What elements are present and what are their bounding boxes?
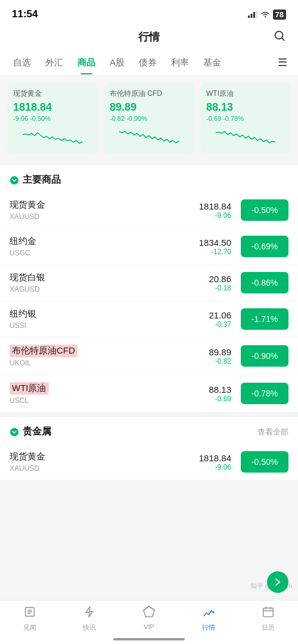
market-item-left-5: WTI原油 USCL xyxy=(10,382,209,405)
home-indicator xyxy=(113,638,185,640)
item-code-2: XAGUSD xyxy=(10,285,209,293)
item-price-4: 89.89 xyxy=(209,347,231,357)
item-badge-1[interactable]: -0.69% xyxy=(241,236,288,257)
precious-item-left-0: 现货黄金 XAUUSD xyxy=(10,451,199,473)
signal-icon xyxy=(248,11,257,18)
item-name-2: 现货白银 xyxy=(10,272,209,283)
main-market-list: 现货黄金 XAUUSD 1818.84 -9.06 -0.50% 纽约金 USG… xyxy=(0,192,298,412)
item-diff-4: -0.82 xyxy=(209,357,231,365)
precious-item-price-0: 1818.84 xyxy=(199,453,231,463)
chart-icon xyxy=(202,605,215,621)
precious-section-title: 贵金属 xyxy=(23,426,51,438)
market-item-xagusd[interactable]: 现货白银 XAGUSD 20.86 -0.18 -0.86% xyxy=(0,265,298,301)
tab-waihui[interactable]: 外汇 xyxy=(38,51,70,74)
market-item-mid-2: 20.86 -0.18 xyxy=(209,274,231,292)
wifi-icon xyxy=(260,11,270,18)
svg-point-4 xyxy=(275,31,283,39)
lightning-icon xyxy=(83,605,96,621)
precious-market-list: 现货黄金 XAUUSD 1818.84 -9.06 -0.50% xyxy=(0,444,298,480)
precious-item-mid-0: 1818.84 -9.06 xyxy=(199,453,231,471)
item-code-4: UKOIL xyxy=(10,359,209,367)
precious-chevron-icon xyxy=(10,427,19,437)
scroll-right-arrow[interactable] xyxy=(267,571,288,593)
tab-lilv[interactable]: 利率 xyxy=(164,51,196,74)
precious-item-badge-0[interactable]: -0.50% xyxy=(241,451,288,473)
battery-label: 78 xyxy=(273,10,286,20)
item-diff-2: -0.18 xyxy=(209,284,231,292)
market-item-mid-1: 1834.50 -12.70 xyxy=(199,237,231,256)
market-item-ussi[interactable]: 纽约银 USSI 21.06 -0.37 -1.71% xyxy=(0,301,298,337)
cards-section: 现货黄金 1818.84 -9.06 -0.50% 布伦特原油 CFD 89.8… xyxy=(0,76,298,161)
item-badge-4[interactable]: -0.90% xyxy=(241,345,288,367)
card-gold-name: 现货黄金 xyxy=(13,89,92,99)
newspaper-icon xyxy=(23,605,36,621)
search-button[interactable] xyxy=(273,29,286,45)
precious-item-xauusd[interactable]: 现货黄金 XAUUSD 1818.84 -9.06 -0.50% xyxy=(0,444,298,480)
card-gold-change: -9.06 -0.50% xyxy=(13,115,92,122)
menu-button[interactable]: ☰ xyxy=(273,50,292,75)
nav-item-calendar[interactable]: 日历 xyxy=(238,605,298,632)
card-wti-price: 88.13 xyxy=(206,101,285,114)
card-wti-name: WTI原油 xyxy=(206,89,285,99)
status-time: 11:54 xyxy=(12,8,38,20)
market-item-xauusd[interactable]: 现货黄金 XAUUSD 1818.84 -9.06 -0.50% xyxy=(0,192,298,229)
svg-point-12 xyxy=(213,612,215,614)
nav-label-flash: 快讯 xyxy=(83,623,96,632)
card-wti[interactable]: WTI原油 88.13 -0.69 -0.78% xyxy=(200,83,291,154)
market-item-left-0: 现货黄金 XAUUSD xyxy=(10,199,199,221)
card-brent-change: -0.82 -0.90% xyxy=(110,115,188,122)
precious-item-diff-0: -9.06 xyxy=(199,463,231,471)
page-title: 行情 xyxy=(138,30,160,44)
card-brent[interactable]: 布伦特原油 CFD 89.89 -0.82 -0.90% xyxy=(104,83,194,154)
card-wti-change: -0.69 -0.78% xyxy=(206,115,285,122)
tab-jijin[interactable]: 基金 xyxy=(196,51,228,74)
card-gold-price: 1818.84 xyxy=(13,101,92,114)
item-name-5: WTI原油 xyxy=(10,382,49,395)
svg-point-7 xyxy=(10,428,18,436)
nav-item-news[interactable]: 见闻 xyxy=(0,605,60,632)
bottom-nav: 见闻 快讯 VIP 行情 xyxy=(0,600,298,644)
market-item-mid-0: 1818.84 -9.06 xyxy=(199,201,231,220)
precious-section-header: 贵金属 查看全部 xyxy=(0,417,298,444)
tab-agu[interactable]: A股 xyxy=(103,51,132,74)
item-diff-3: -0.37 xyxy=(209,320,231,329)
nav-item-flash[interactable]: 快讯 xyxy=(60,605,119,632)
card-gold[interactable]: 现货黄金 1818.84 -9.06 -0.50% xyxy=(7,83,98,154)
svg-rect-3 xyxy=(256,11,257,18)
card-brent-price: 89.89 xyxy=(110,101,188,114)
nav-label-vip: VIP xyxy=(144,623,154,630)
market-item-uscl[interactable]: WTI原油 USCL 88.13 -0.69 -0.78% xyxy=(0,375,298,412)
item-code-3: USSI xyxy=(10,321,209,330)
precious-view-all[interactable]: 查看全部 xyxy=(257,427,288,437)
item-badge-3[interactable]: -1.71% xyxy=(241,308,288,330)
tab-zhaiquan[interactable]: 债券 xyxy=(132,51,164,74)
item-badge-5[interactable]: -0.78% xyxy=(241,383,288,404)
nav-tabs: 自选 外汇 商品 A股 债券 利率 基金 ☰ xyxy=(0,50,298,76)
nav-item-vip[interactable]: VIP xyxy=(119,605,179,632)
market-item-ukoil[interactable]: 布伦特原油CFD UKOIL 89.89 -0.82 -0.90% xyxy=(0,337,298,375)
calendar-icon xyxy=(262,605,275,621)
item-diff-5: -0.69 xyxy=(209,395,231,403)
header: 行情 xyxy=(0,25,298,50)
market-item-usgc[interactable]: 纽约金 USGC 1834.50 -12.70 -0.69% xyxy=(0,229,298,265)
item-price-3: 21.06 xyxy=(209,310,231,320)
tab-shangpin[interactable]: 商品 xyxy=(70,51,103,74)
main-section-title: 主要商品 xyxy=(23,174,61,186)
item-badge-2[interactable]: -0.86% xyxy=(241,272,288,293)
item-price-1: 1834.50 xyxy=(199,237,231,248)
item-price-2: 20.86 xyxy=(209,274,231,284)
market-item-left-1: 纽约金 USGC xyxy=(10,236,199,257)
item-badge-0[interactable]: -0.50% xyxy=(241,199,288,221)
market-item-left-2: 现货白银 XAGUSD xyxy=(10,272,209,293)
item-price-0: 1818.84 xyxy=(199,201,231,211)
item-diff-1: -12.70 xyxy=(199,248,231,256)
tab-zixuan[interactable]: 自选 xyxy=(6,51,38,74)
nav-item-market[interactable]: 行情 xyxy=(179,605,238,632)
main-section-header: 主要商品 xyxy=(0,165,298,192)
precious-item-code-0: XAUUSD xyxy=(10,464,199,473)
svg-rect-0 xyxy=(248,15,250,18)
item-name-0: 现货黄金 xyxy=(10,199,199,211)
item-code-5: USCL xyxy=(10,396,209,405)
item-price-5: 88.13 xyxy=(209,384,231,395)
item-name-1: 纽约金 xyxy=(10,236,199,247)
